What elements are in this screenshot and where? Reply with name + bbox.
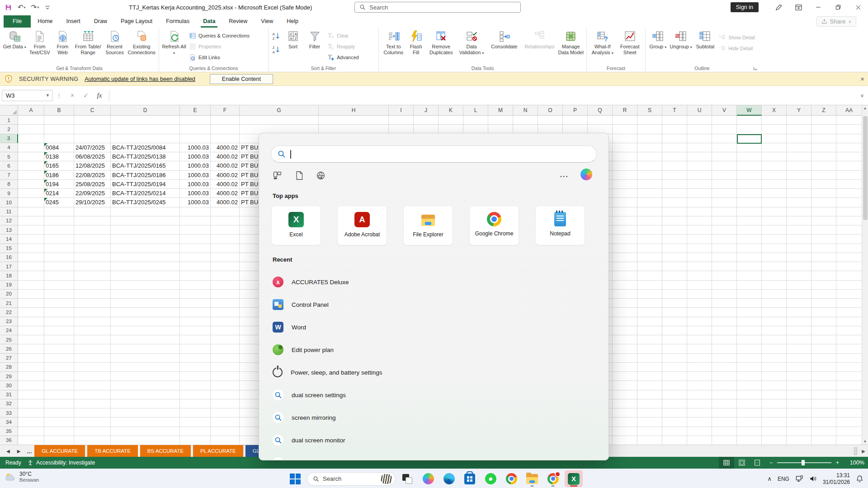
cell-V6[interactable] — [712, 161, 737, 170]
forecast-sheet-button[interactable]: Forecast Sheet — [616, 29, 643, 65]
column-header-C[interactable]: C — [74, 105, 111, 116]
cell-U35[interactable] — [687, 427, 712, 436]
cell-X19[interactable] — [762, 281, 787, 290]
chrome-profile-button[interactable] — [544, 470, 562, 487]
existing-connections-button[interactable]: Existing Connections — [126, 29, 157, 65]
cell-AA22[interactable] — [836, 308, 862, 317]
cell-W14[interactable] — [737, 235, 762, 244]
cell-X12[interactable] — [762, 216, 787, 225]
cell-T23[interactable] — [662, 317, 687, 326]
redo-button[interactable]: ↷▾ — [31, 3, 39, 11]
cell-X3[interactable] — [762, 134, 787, 143]
cell-T32[interactable] — [662, 399, 687, 408]
cell-S16[interactable] — [637, 253, 662, 262]
cell-AA23[interactable] — [836, 317, 862, 326]
cell-D3[interactable] — [111, 134, 180, 143]
row-header-24[interactable]: 24 — [0, 326, 18, 335]
cell-X17[interactable] — [762, 262, 787, 271]
get-data-button[interactable]: Get Data ▾ — [2, 29, 27, 65]
column-header-N[interactable]: N — [513, 105, 538, 116]
consolidate-button[interactable]: Consolidate — [486, 29, 522, 65]
volume-icon[interactable] — [809, 475, 817, 482]
cell-W4[interactable] — [737, 143, 762, 152]
cell-Z14[interactable] — [811, 235, 836, 244]
cell-W3[interactable] — [737, 134, 762, 143]
cell-B36[interactable] — [44, 436, 74, 445]
cell-V32[interactable] — [712, 399, 737, 408]
cell-F12[interactable] — [211, 216, 240, 225]
cell-Z1[interactable] — [811, 116, 836, 125]
ribbon-tab-help[interactable]: Help — [280, 15, 305, 28]
cell-B8[interactable]: 0194 — [44, 180, 74, 189]
cell-B2[interactable] — [44, 125, 74, 134]
cell-E15[interactable] — [180, 244, 211, 253]
page-layout-view-button[interactable] — [734, 457, 750, 469]
zoom-slider-thumb[interactable] — [802, 460, 805, 465]
cell-D22[interactable] — [111, 308, 180, 317]
cell-X21[interactable] — [762, 299, 787, 308]
cell-R33[interactable] — [613, 408, 637, 418]
from-table-range-button[interactable]: From Table/ Range — [73, 29, 103, 65]
cell-W9[interactable] — [737, 189, 762, 198]
cell-A22[interactable] — [18, 308, 44, 317]
cell-W10[interactable] — [737, 198, 762, 207]
sheet-tab-gl-accurate[interactable]: GL ACCURATE — [34, 445, 85, 457]
cell-R10[interactable] — [613, 198, 637, 207]
cell-X27[interactable] — [762, 354, 787, 363]
vertical-scrollbar[interactable]: ▲ ▼ — [862, 105, 868, 445]
cell-B25[interactable] — [44, 335, 74, 344]
cell-Z8[interactable] — [811, 180, 836, 189]
cell-C6[interactable]: 12/08/2025 — [74, 161, 111, 170]
cell-S28[interactable] — [637, 363, 662, 372]
cell-S8[interactable] — [637, 180, 662, 189]
cell-R12[interactable] — [613, 216, 637, 225]
cell-X22[interactable] — [762, 308, 787, 317]
subtotal-button[interactable]: Subtotal — [693, 29, 717, 65]
queries-connections-button[interactable]: Queries & Connections — [187, 31, 251, 40]
cell-AA14[interactable] — [836, 235, 862, 244]
cell-Q1[interactable] — [588, 116, 613, 125]
cell-F36[interactable] — [211, 436, 240, 445]
cell-U9[interactable] — [687, 189, 712, 198]
cell-T11[interactable] — [662, 207, 687, 216]
cell-B7[interactable]: 0186 — [44, 171, 74, 180]
cell-X7[interactable] — [762, 171, 787, 180]
column-header-S[interactable]: S — [637, 105, 662, 116]
taskbar-search-box[interactable]: Search — [307, 472, 396, 486]
cell-Y36[interactable] — [787, 436, 811, 445]
cell-C30[interactable] — [74, 381, 111, 390]
cell-Z35[interactable] — [811, 427, 836, 436]
cell-W34[interactable] — [737, 418, 762, 427]
cell-Y15[interactable] — [787, 244, 811, 253]
cell-D30[interactable] — [111, 381, 180, 390]
from-web-button[interactable]: From Web — [52, 29, 73, 65]
cell-V21[interactable] — [712, 299, 737, 308]
cell-Y20[interactable] — [787, 290, 811, 299]
refresh-all-button[interactable]: Refresh All ▾ — [161, 29, 187, 65]
cell-E21[interactable] — [180, 299, 211, 308]
cell-N1[interactable] — [513, 116, 538, 125]
row-header-9[interactable]: 9 — [0, 189, 18, 198]
cell-C1[interactable] — [74, 116, 111, 125]
cell-D35[interactable] — [111, 427, 180, 436]
cell-T28[interactable] — [662, 363, 687, 372]
cell-Z22[interactable] — [811, 308, 836, 317]
cell-D4[interactable]: BCA-TTJ/2025/0084 — [111, 143, 180, 152]
cell-U21[interactable] — [687, 299, 712, 308]
cell-F8[interactable]: 4000.02 — [211, 180, 240, 189]
cell-S7[interactable] — [637, 171, 662, 180]
cell-X15[interactable] — [762, 244, 787, 253]
cell-B4[interactable]: 0084 — [44, 143, 74, 152]
cell-E36[interactable] — [180, 436, 211, 445]
cell-Y28[interactable] — [787, 363, 811, 372]
cell-B35[interactable] — [44, 427, 74, 436]
cell-T24[interactable] — [662, 326, 687, 335]
flash-fill-button[interactable]: Flash Fill — [406, 29, 426, 65]
cell-V34[interactable] — [712, 418, 737, 427]
cell-Y5[interactable] — [787, 152, 811, 161]
page-break-view-button[interactable] — [750, 457, 765, 469]
cell-E12[interactable] — [180, 216, 211, 225]
start-button[interactable] — [286, 470, 304, 487]
cell-B26[interactable] — [44, 344, 74, 353]
cancel-entry-button[interactable]: × — [66, 92, 79, 99]
